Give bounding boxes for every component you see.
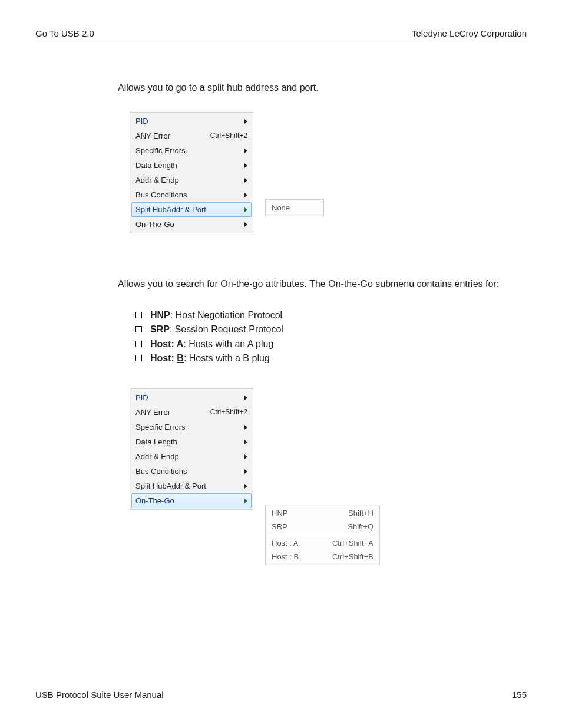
- submenu-item-label: Host : B: [272, 552, 299, 562]
- submenu-item[interactable]: HNPShift+H: [267, 506, 378, 520]
- submenu-arrow-icon: [244, 163, 247, 168]
- menu-item-label: ANY Error: [135, 407, 204, 418]
- bullet-text: Host: B: Hosts with a B plug: [150, 352, 270, 365]
- submenu-arrow-icon: [244, 396, 247, 400]
- context-menu-2: PIDANY ErrorCtrl+Shift+2Specific ErrorsD…: [130, 388, 253, 510]
- submenu-arrow-icon: [244, 193, 247, 197]
- menu-item[interactable]: Data Length: [131, 434, 252, 449]
- menu-item[interactable]: Split HubAddr & Port: [131, 479, 252, 493]
- intro-paragraph-2: Allows you to search for On-the-go attri…: [118, 278, 509, 291]
- menu-item[interactable]: On-The-Go: [131, 493, 252, 508]
- menu-item-label: Bus Conditions: [135, 466, 241, 477]
- submenu-arrow-icon: [244, 149, 247, 153]
- submenu-item-shortcut: Ctrl+Shift+A: [332, 538, 373, 549]
- menu-item-label: Specific Errors: [135, 422, 241, 433]
- menu-item[interactable]: Data Length: [131, 158, 252, 173]
- bullet-item: Host: A: Hosts with an A plug: [135, 338, 509, 351]
- submenu-item-label: None: [272, 203, 290, 213]
- menu-item-shortcut: Ctrl+Shift+2: [204, 131, 247, 141]
- menu-item[interactable]: On-The-Go: [131, 217, 252, 232]
- context-menu-1: PIDANY ErrorCtrl+Shift+2Specific ErrorsD…: [130, 112, 253, 233]
- footer-page-number: 155: [512, 690, 527, 700]
- menu-item[interactable]: Split HubAddr & Port: [131, 202, 252, 217]
- bullet-box-icon: [135, 312, 142, 318]
- header-right: Teledyne LeCroy Corporation: [412, 28, 527, 38]
- menu-item[interactable]: ANY ErrorCtrl+Shift+2: [131, 405, 252, 420]
- bullet-item: Host: B: Hosts with a B plug: [135, 352, 509, 365]
- menu-item[interactable]: Bus Conditions: [131, 464, 252, 479]
- bullet-item: SRP: Session Request Protocol: [135, 323, 509, 336]
- submenu-arrow-icon: [244, 222, 247, 227]
- menu-item[interactable]: ANY ErrorCtrl+Shift+2: [131, 129, 252, 143]
- menu-item[interactable]: Specific Errors: [131, 143, 252, 158]
- menu-item[interactable]: Specific Errors: [131, 420, 252, 434]
- submenu-arrow-icon: [244, 207, 247, 212]
- bullet-box-icon: [135, 341, 142, 347]
- intro-paragraph-1: Allows you to go to a split hub address …: [118, 81, 509, 94]
- bullet-box-icon: [135, 326, 142, 332]
- submenu-item-shortcut: Shift+Q: [348, 522, 373, 532]
- menu-screenshot-1: PIDANY ErrorCtrl+Shift+2Specific ErrorsD…: [130, 112, 509, 233]
- submenu-item-shortcut: Ctrl+Shift+B: [332, 552, 373, 562]
- submenu-item[interactable]: Host : ACtrl+Shift+A: [267, 536, 378, 550]
- submenu-arrow-icon: [244, 119, 247, 124]
- menu-item-label: PID: [135, 116, 241, 127]
- submenu-on-the-go: HNPShift+HSRPShift+QHost : ACtrl+Shift+A…: [265, 505, 380, 565]
- submenu-item[interactable]: Host : BCtrl+Shift+B: [267, 550, 378, 564]
- bullet-box-icon: [135, 355, 142, 361]
- menu-item[interactable]: Bus Conditions: [131, 187, 252, 202]
- submenu-arrow-icon: [244, 454, 247, 459]
- menu-item-label: Addr & Endp: [135, 175, 241, 186]
- menu-screenshot-2: PIDANY ErrorCtrl+Shift+2Specific ErrorsD…: [130, 388, 509, 510]
- menu-item[interactable]: PID: [131, 114, 252, 129]
- bullet-text: HNP: Host Negotiation Protocol: [150, 309, 282, 322]
- bullet-text: SRP: Session Request Protocol: [150, 323, 283, 336]
- menu-item-label: Data Length: [135, 437, 241, 447]
- submenu-arrow-icon: [244, 425, 247, 430]
- submenu-arrow-icon: [244, 178, 247, 183]
- menu-item-label: ANY Error: [135, 131, 204, 141]
- submenu-item-shortcut: Shift+H: [348, 508, 373, 519]
- submenu-item-label: HNP: [272, 508, 287, 519]
- header-left: Go To USB 2.0: [35, 28, 94, 38]
- bullet-text: Host: A: Hosts with an A plug: [150, 338, 273, 351]
- submenu-arrow-icon: [244, 440, 247, 444]
- submenu-arrow-icon: [244, 499, 247, 503]
- bullet-item: HNP: Host Negotiation Protocol: [135, 309, 509, 322]
- menu-item[interactable]: Addr & Endp: [131, 173, 252, 187]
- menu-item-label: On-The-Go: [135, 496, 241, 506]
- menu-item-label: On-The-Go: [135, 219, 241, 230]
- submenu-item-label: Host : A: [272, 538, 299, 549]
- menu-item[interactable]: PID: [131, 390, 252, 405]
- menu-item[interactable]: Addr & Endp: [131, 449, 252, 464]
- menu-item-label: Specific Errors: [135, 146, 241, 156]
- bullet-list: HNP: Host Negotiation ProtocolSRP: Sessi…: [118, 309, 509, 365]
- submenu-divider: [269, 535, 376, 535]
- menu-item-label: Data Length: [135, 160, 241, 171]
- menu-item-label: Split HubAddr & Port: [135, 205, 241, 215]
- submenu-arrow-icon: [244, 469, 247, 474]
- submenu-arrow-icon: [244, 484, 247, 489]
- menu-item-label: Bus Conditions: [135, 190, 241, 200]
- submenu-item[interactable]: SRPShift+Q: [267, 520, 378, 533]
- menu-item-label: PID: [135, 393, 241, 403]
- menu-item-label: Split HubAddr & Port: [135, 481, 241, 492]
- footer-left: USB Protocol Suite User Manual: [35, 690, 164, 700]
- submenu-item-label: SRP: [272, 522, 287, 532]
- submenu-item[interactable]: None: [267, 201, 322, 215]
- menu-item-label: Addr & Endp: [135, 452, 241, 462]
- menu-item-shortcut: Ctrl+Shift+2: [204, 407, 247, 417]
- submenu-split-hubaddr: None: [265, 199, 324, 216]
